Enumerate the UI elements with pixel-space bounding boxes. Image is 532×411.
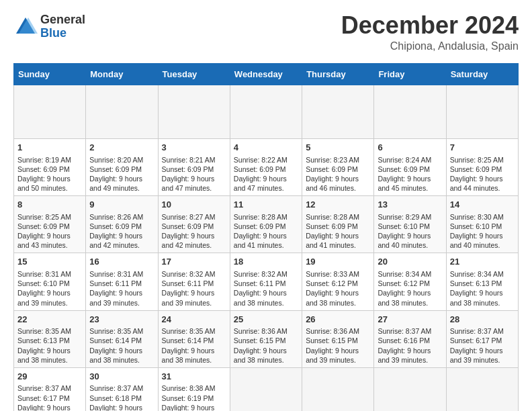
- daylight-label: Daylight: 9 hours and 41 minutes.: [234, 232, 287, 249]
- sunset-label: Sunset: 6:09 PM: [378, 165, 430, 173]
- daylight-label: Daylight: 9 hours and 38 minutes.: [162, 347, 215, 364]
- calendar-cell: 17 Sunrise: 8:32 AM Sunset: 6:11 PM Dayl…: [158, 253, 230, 310]
- sunrise-label: Sunrise: 8:34 AM: [378, 270, 431, 278]
- logo: General Blue: [13, 13, 85, 40]
- sunset-label: Sunset: 6:09 PM: [89, 165, 142, 173]
- calendar-cell: 10 Sunrise: 8:27 AM Sunset: 6:09 PM Dayl…: [158, 196, 230, 253]
- calendar-week-row: 15 Sunrise: 8:31 AM Sunset: 6:10 PM Dayl…: [14, 253, 519, 310]
- sunset-label: Sunset: 6:09 PM: [17, 165, 70, 173]
- sunrise-label: Sunrise: 8:35 AM: [162, 327, 216, 335]
- calendar-cell: 5 Sunrise: 8:23 AM Sunset: 6:09 PM Dayli…: [302, 139, 374, 196]
- sunset-label: Sunset: 6:19 PM: [162, 394, 214, 402]
- sunrise-label: Sunrise: 8:21 AM: [162, 156, 216, 164]
- calendar-cell: 22 Sunrise: 8:35 AM Sunset: 6:13 PM Dayl…: [14, 310, 86, 367]
- sunset-label: Sunset: 6:14 PM: [89, 336, 142, 345]
- sunset-label: Sunset: 6:12 PM: [306, 279, 358, 287]
- calendar-week-row: 1 Sunrise: 8:19 AM Sunset: 6:09 PM Dayli…: [14, 139, 519, 196]
- calendar-cell: [446, 367, 518, 411]
- sunrise-label: Sunrise: 8:25 AM: [17, 213, 71, 221]
- sunset-label: Sunset: 6:17 PM: [450, 336, 502, 345]
- sunset-label: Sunset: 6:17 PM: [17, 394, 70, 402]
- daylight-label: Daylight: 9 hours and 41 minutes.: [306, 232, 359, 249]
- sunrise-label: Sunrise: 8:35 AM: [89, 327, 143, 335]
- title-section: December 2024 Chipiona, Andalusia, Spain: [341, 13, 519, 52]
- day-number: 19: [306, 256, 370, 268]
- daylight-label: Daylight: 9 hours and 39 minutes.: [306, 347, 359, 364]
- month-title: December 2024: [341, 13, 519, 38]
- day-number: 25: [234, 314, 298, 326]
- calendar-header-row: Sunday Monday Tuesday Wednesday Thursday…: [14, 64, 519, 85]
- day-number: 9: [89, 199, 154, 211]
- daylight-label: Daylight: 9 hours and 39 minutes.: [378, 347, 431, 364]
- sunset-label: Sunset: 6:10 PM: [17, 279, 70, 287]
- logo-blue: Blue: [40, 27, 85, 40]
- sunrise-label: Sunrise: 8:38 AM: [162, 384, 216, 392]
- calendar-table: Sunday Monday Tuesday Wednesday Thursday…: [13, 63, 519, 411]
- day-number: 15: [17, 256, 82, 268]
- logo-general: General: [40, 13, 85, 27]
- day-number: 14: [450, 199, 515, 211]
- day-number: 2: [89, 142, 154, 154]
- sunset-label: Sunset: 6:09 PM: [306, 165, 358, 173]
- daylight-label: Daylight: 9 hours and 38 minutes.: [89, 347, 142, 364]
- daylight-label: Daylight: 9 hours and 44 minutes.: [450, 175, 503, 192]
- sunrise-label: Sunrise: 8:36 AM: [306, 327, 359, 335]
- sunset-label: Sunset: 6:14 PM: [162, 336, 214, 345]
- sunrise-label: Sunrise: 8:37 AM: [17, 384, 71, 392]
- logo-text: General Blue: [40, 13, 85, 40]
- day-number: 21: [450, 256, 515, 268]
- calendar-cell: 24 Sunrise: 8:35 AM Sunset: 6:14 PM Dayl…: [158, 310, 230, 367]
- daylight-label: Daylight: 9 hours and 40 minutes.: [450, 232, 503, 249]
- day-number: 5: [306, 142, 370, 154]
- sunrise-label: Sunrise: 8:32 AM: [162, 270, 216, 278]
- day-number: 11: [234, 199, 298, 211]
- calendar-cell: [230, 85, 302, 139]
- daylight-label: Daylight: 9 hours and 38 minutes.: [450, 289, 503, 306]
- calendar-cell: 2 Sunrise: 8:20 AM Sunset: 6:09 PM Dayli…: [86, 139, 158, 196]
- daylight-label: Daylight: 9 hours and 47 minutes.: [234, 175, 287, 192]
- sunset-label: Sunset: 6:15 PM: [234, 336, 286, 345]
- day-number: 17: [162, 256, 226, 268]
- calendar-cell: 18 Sunrise: 8:32 AM Sunset: 6:11 PM Dayl…: [230, 253, 302, 310]
- daylight-label: Daylight: 9 hours and 41 minutes.: [162, 404, 215, 411]
- calendar-cell: 26 Sunrise: 8:36 AM Sunset: 6:15 PM Dayl…: [302, 310, 374, 367]
- daylight-label: Daylight: 9 hours and 38 minutes.: [234, 289, 287, 306]
- calendar-cell: 3 Sunrise: 8:21 AM Sunset: 6:09 PM Dayli…: [158, 139, 230, 196]
- daylight-label: Daylight: 9 hours and 50 minutes.: [17, 175, 71, 192]
- daylight-label: Daylight: 9 hours and 42 minutes.: [162, 232, 215, 249]
- daylight-label: Daylight: 9 hours and 38 minutes.: [378, 289, 431, 306]
- daylight-label: Daylight: 9 hours and 40 minutes.: [378, 232, 431, 249]
- day-number: 3: [162, 142, 226, 154]
- calendar-cell: 1 Sunrise: 8:19 AM Sunset: 6:09 PM Dayli…: [14, 139, 86, 196]
- day-number: 7: [450, 142, 515, 154]
- calendar-cell: 7 Sunrise: 8:25 AM Sunset: 6:09 PM Dayli…: [446, 139, 518, 196]
- sunset-label: Sunset: 6:09 PM: [162, 222, 214, 230]
- day-number: 24: [162, 314, 226, 326]
- sunrise-label: Sunrise: 8:28 AM: [234, 213, 287, 221]
- calendar-cell: 20 Sunrise: 8:34 AM Sunset: 6:12 PM Dayl…: [374, 253, 446, 310]
- day-number: 8: [17, 199, 82, 211]
- day-number: 12: [306, 199, 370, 211]
- daylight-label: Daylight: 9 hours and 49 minutes.: [89, 175, 142, 192]
- calendar-cell: 15 Sunrise: 8:31 AM Sunset: 6:10 PM Dayl…: [14, 253, 86, 310]
- col-monday: Monday: [86, 64, 158, 85]
- col-wednesday: Wednesday: [230, 64, 302, 85]
- calendar-cell: [374, 85, 446, 139]
- calendar-week-row: [14, 85, 519, 139]
- logo-icon: [13, 15, 38, 39]
- calendar-cell: 23 Sunrise: 8:35 AM Sunset: 6:14 PM Dayl…: [86, 310, 158, 367]
- sunset-label: Sunset: 6:09 PM: [306, 222, 358, 230]
- day-number: 13: [378, 199, 442, 211]
- sunset-label: Sunset: 6:09 PM: [162, 165, 214, 173]
- day-number: 30: [89, 371, 154, 383]
- calendar-cell: 28 Sunrise: 8:37 AM Sunset: 6:17 PM Dayl…: [446, 310, 518, 367]
- day-number: 29: [17, 371, 82, 383]
- sunset-label: Sunset: 6:15 PM: [306, 336, 358, 345]
- sunset-label: Sunset: 6:09 PM: [450, 165, 502, 173]
- daylight-label: Daylight: 9 hours and 40 minutes.: [89, 404, 142, 411]
- sunset-label: Sunset: 6:10 PM: [450, 222, 502, 230]
- daylight-label: Daylight: 9 hours and 39 minutes.: [450, 347, 503, 364]
- calendar-cell: 27 Sunrise: 8:37 AM Sunset: 6:16 PM Dayl…: [374, 310, 446, 367]
- sunrise-label: Sunrise: 8:32 AM: [234, 270, 287, 278]
- sunrise-label: Sunrise: 8:33 AM: [306, 270, 359, 278]
